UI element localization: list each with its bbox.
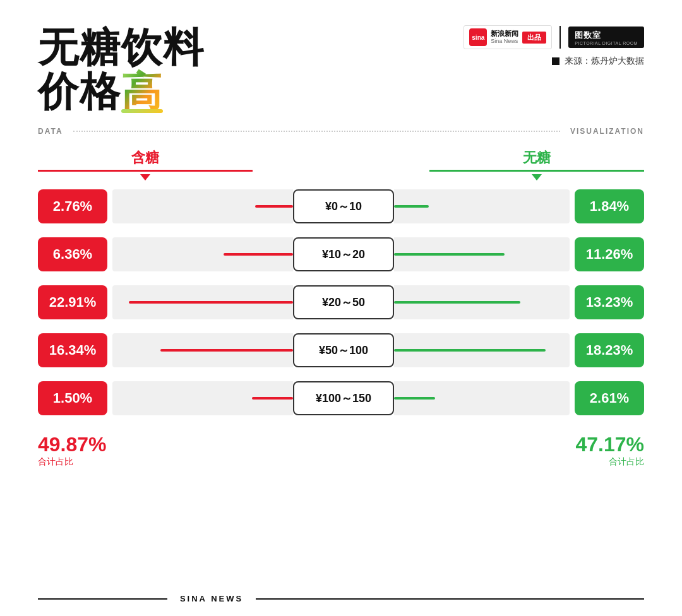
left-bar-area-2 — [112, 285, 293, 319]
center-label-4: ¥100～150 — [293, 381, 394, 415]
data-viz-label: DATA VISUALIZATION — [38, 127, 644, 136]
center-label-1: ¥10～20 — [293, 237, 394, 271]
tushushi-logo: 图数室 PICTORIAL DIGITAL ROOM — [568, 27, 644, 48]
total-right: 47.17% 合计占比 — [429, 433, 644, 468]
title-line2-block: 价格高 — [38, 69, 205, 114]
footer-text: SINA NEWS — [180, 594, 243, 603]
red-bar-2 — [129, 301, 293, 304]
total-label-green: 合计占比 — [429, 456, 644, 468]
chart-row: 2.76% ¥0～10 1.84% — [38, 187, 644, 226]
chart-row: 6.36% ¥10～20 11.26% — [38, 235, 644, 274]
red-bar-1 — [224, 253, 293, 256]
right-bar-area-2 — [394, 285, 570, 319]
total-left: 49.87% 合计占比 — [38, 433, 253, 468]
chart-row: 22.91% ¥20～50 13.23% — [38, 283, 644, 322]
right-badge-3: 18.23% — [575, 333, 644, 367]
total-pct-green: 47.17% — [429, 433, 644, 456]
left-badge-3: 16.34% — [38, 333, 107, 367]
header: 无糖饮料 价格高 sina 新浪新闻 Sina News 出品 — [38, 25, 644, 114]
red-bar-0 — [255, 205, 293, 208]
total-pct-red: 49.87% — [38, 433, 253, 456]
left-badge-1: 6.36% — [38, 237, 107, 271]
title-highlight: 高 — [121, 69, 163, 114]
sina-en: Sina News — [491, 38, 518, 45]
branding-logos: sina 新浪新闻 Sina News 出品 图数室 PICTORIAL DIG… — [464, 25, 644, 49]
center-label-3: ¥50～100 — [293, 333, 394, 367]
main-container: 无糖饮料 价格高 sina 新浪新闻 Sina News 出品 — [0, 0, 682, 616]
right-bar-area-0 — [394, 189, 570, 223]
totals-row: 49.87% 合计占比 47.17% 合计占比 — [38, 427, 644, 480]
left-bar-area-0 — [112, 189, 293, 223]
left-bar-area-3 — [112, 333, 293, 367]
divider-icon — [559, 26, 561, 49]
sina-text-block: 新浪新闻 Sina News — [491, 30, 518, 45]
source-text: 来源：炼丹炉大数据 — [565, 56, 644, 67]
right-badge-0: 1.84% — [575, 189, 644, 223]
col-header-right-block: 无糖 — [429, 148, 644, 182]
title-line1: 无糖饮料 — [38, 25, 205, 70]
chart-row: 1.50% ¥100～150 2.61% — [38, 379, 644, 418]
sina-logo: sina 新浪新闻 Sina News 出品 — [464, 25, 552, 49]
left-badge-0: 2.76% — [38, 189, 107, 223]
title-line2-before: 价格 — [38, 69, 121, 114]
green-bar-1 — [394, 253, 505, 256]
col-header-right: 无糖 — [429, 148, 644, 167]
tushushi-sub: PICTORIAL DIGITAL ROOM — [575, 41, 638, 45]
triangle-down-green-icon — [532, 174, 542, 181]
left-badge-4: 1.50% — [38, 381, 107, 415]
left-bar-area-1 — [112, 237, 293, 271]
right-badge-1: 11.26% — [575, 237, 644, 271]
chart-row: 16.34% ¥50～100 18.23% — [38, 331, 644, 370]
right-bar-area-4 — [394, 381, 570, 415]
chupin-badge: 出品 — [522, 32, 546, 44]
green-bar-3 — [394, 349, 546, 352]
right-bar-area-1 — [394, 237, 570, 271]
tushushi-text: 图数室 — [575, 30, 601, 40]
dotted-line — [73, 131, 560, 132]
viz-label: VISUALIZATION — [570, 127, 644, 136]
title-block: 无糖饮料 价格高 — [38, 25, 205, 114]
sina-cn: 新浪新闻 — [491, 30, 518, 38]
footer-line-right — [256, 598, 644, 600]
col-underline-red — [38, 170, 253, 172]
col-underline-green — [429, 170, 644, 172]
chart-area: 2.76% ¥0～10 1.84% 6.36% ¥10～20 11.26% 22… — [38, 187, 644, 418]
red-bar-4 — [252, 397, 293, 400]
col-headers: 含糖 无糖 — [38, 148, 644, 182]
col-header-left-block: 含糖 — [38, 148, 253, 182]
col-header-left: 含糖 — [38, 148, 253, 167]
left-badge-2: 22.91% — [38, 285, 107, 319]
right-bar-area-3 — [394, 333, 570, 367]
sina-icon: sina — [469, 28, 487, 46]
footer-line-left — [38, 598, 167, 600]
center-label-0: ¥0～10 — [293, 189, 394, 223]
green-bar-4 — [394, 397, 435, 400]
left-bar-area-4 — [112, 381, 293, 415]
branding: sina 新浪新闻 Sina News 出品 图数室 PICTORIAL DIG… — [464, 25, 644, 67]
red-bar-3 — [160, 349, 293, 352]
data-label: DATA — [38, 127, 63, 136]
main-title: 无糖饮料 — [38, 25, 205, 69]
right-badge-4: 2.61% — [575, 381, 644, 415]
triangle-down-red-icon — [140, 174, 150, 181]
green-bar-2 — [394, 301, 520, 304]
center-label-2: ¥20～50 — [293, 285, 394, 319]
total-label-red: 合计占比 — [38, 456, 253, 468]
source-square-icon — [552, 57, 559, 65]
right-badge-2: 13.23% — [575, 285, 644, 319]
source-line: 来源：炼丹炉大数据 — [552, 56, 644, 67]
footer: SINA NEWS — [0, 594, 682, 603]
green-bar-0 — [394, 205, 429, 208]
